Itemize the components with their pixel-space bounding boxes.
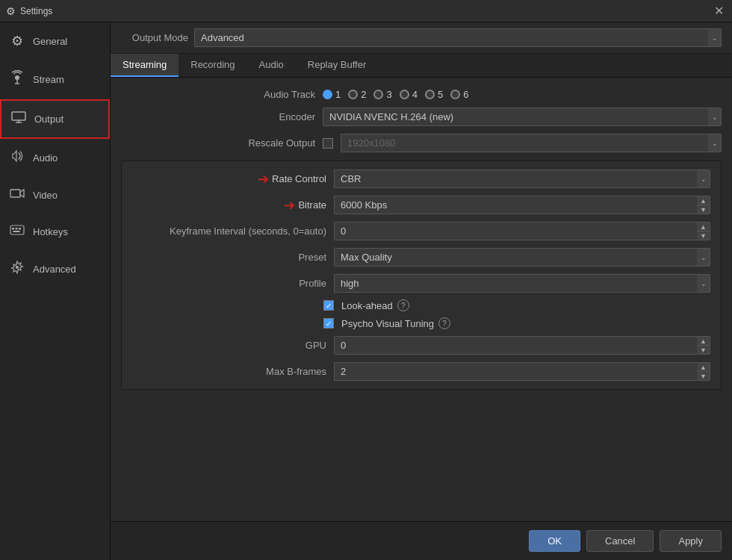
track-option-4[interactable]: 4 bbox=[400, 89, 418, 100]
profile-arrow[interactable]: ⌄ bbox=[697, 274, 710, 293]
track-option-3[interactable]: 3 bbox=[373, 89, 391, 100]
keyframe-down[interactable]: ▼ bbox=[697, 231, 710, 240]
tabs-bar: Streaming Recording Audio Replay Buffer bbox=[111, 54, 732, 78]
sidebar-item-hotkeys[interactable]: Hotkeys bbox=[0, 214, 110, 250]
track-option-6[interactable]: 6 bbox=[450, 89, 468, 100]
bitrate-input[interactable] bbox=[334, 196, 697, 214]
gpu-input[interactable] bbox=[334, 336, 697, 355]
rescale-select[interactable]: 1920x1080 bbox=[341, 134, 708, 152]
tab-replay-buffer[interactable]: Replay Buffer bbox=[296, 54, 379, 77]
sidebar-item-video[interactable]: Video bbox=[0, 177, 110, 214]
svg-rect-11 bbox=[13, 231, 20, 232]
track-1-label: 1 bbox=[335, 89, 341, 100]
sidebar-item-output[interactable]: Output bbox=[0, 99, 110, 139]
sidebar-item-stream[interactable]: Stream bbox=[0, 60, 110, 99]
rate-control-arrow[interactable]: ⌄ bbox=[697, 169, 710, 188]
preset-arrow[interactable]: ⌄ bbox=[697, 248, 710, 267]
sidebar-item-advanced[interactable]: Advanced bbox=[0, 250, 110, 288]
track-option-1[interactable]: 1 bbox=[323, 89, 341, 100]
encoder-select[interactable]: NVIDIA NVENC H.264 (new) bbox=[323, 108, 708, 126]
form-area: Audio Track 1 2 3 bbox=[111, 78, 732, 521]
bitrate-arrows: ▲ ▼ bbox=[697, 196, 710, 214]
content-area: Output Mode Advanced ⌄ Streaming Recordi… bbox=[111, 22, 732, 560]
tab-recording[interactable]: Recording bbox=[179, 54, 246, 77]
radio-2[interactable] bbox=[348, 90, 358, 99]
track-6-label: 6 bbox=[463, 89, 468, 100]
radio-6[interactable] bbox=[450, 90, 460, 99]
psycho-visual-label[interactable]: ✓ Psycho Visual Tuning bbox=[323, 318, 434, 329]
encoder-label: Encoder bbox=[121, 111, 323, 122]
track-options: 1 2 3 4 5 bbox=[323, 89, 468, 100]
track-4-label: 4 bbox=[412, 89, 418, 100]
sidebar-label-audio: Audio bbox=[33, 152, 58, 164]
apply-button[interactable]: Apply bbox=[660, 530, 722, 552]
preset-select[interactable]: Max Quality bbox=[334, 248, 697, 267]
rescale-checkbox[interactable] bbox=[323, 138, 333, 149]
svg-rect-9 bbox=[16, 228, 18, 230]
output-mode-select[interactable]: Advanced bbox=[194, 28, 708, 47]
tab-audio[interactable]: Audio bbox=[247, 54, 296, 77]
profile-label: Profile bbox=[132, 278, 334, 289]
look-ahead-label[interactable]: ✓ Look-ahead bbox=[323, 300, 393, 311]
sidebar-label-video: Video bbox=[33, 190, 58, 201]
bitrate-down[interactable]: ▼ bbox=[697, 205, 710, 214]
profile-row: Profile high ⌄ bbox=[122, 270, 721, 296]
keyframe-spinbox: ▲ ▼ bbox=[334, 222, 710, 240]
svg-rect-8 bbox=[12, 228, 14, 230]
cancel-button[interactable]: Cancel bbox=[586, 530, 654, 552]
gpu-arrows: ▲ ▼ bbox=[697, 336, 710, 355]
max-bframes-label: Max B-frames bbox=[132, 366, 334, 377]
keyframe-input[interactable] bbox=[334, 222, 697, 240]
bitrate-arrow-icon: ➔ bbox=[284, 197, 295, 214]
tab-streaming[interactable]: Streaming bbox=[111, 54, 179, 77]
bitrate-label-wrapper: ➔ Bitrate bbox=[132, 197, 334, 214]
video-icon bbox=[9, 187, 25, 203]
max-bframes-up[interactable]: ▲ bbox=[697, 363, 710, 372]
close-button[interactable]: ✕ bbox=[711, 4, 726, 19]
sidebar: ⚙ General Stream bbox=[0, 22, 111, 560]
max-bframes-arrows: ▲ ▼ bbox=[697, 362, 710, 381]
look-ahead-checkbox[interactable]: ✓ bbox=[323, 300, 334, 311]
track-option-2[interactable]: 2 bbox=[348, 89, 366, 100]
track-5-label: 5 bbox=[438, 89, 443, 100]
radio-1[interactable] bbox=[323, 90, 332, 99]
profile-select-wrapper: high ⌄ bbox=[334, 274, 710, 293]
encoder-arrow[interactable]: ⌄ bbox=[708, 108, 722, 126]
sidebar-item-general[interactable]: ⚙ General bbox=[0, 22, 110, 60]
ok-button[interactable]: OK bbox=[529, 530, 580, 552]
track-option-5[interactable]: 5 bbox=[425, 89, 443, 100]
rescale-output-label: Rescale Output bbox=[121, 137, 323, 149]
psycho-visual-checkbox[interactable]: ✓ bbox=[323, 318, 334, 329]
hotkeys-icon bbox=[9, 224, 25, 240]
title-bar: ⚙ Settings ✕ bbox=[0, 0, 732, 22]
psycho-visual-text: Psycho Visual Tuning bbox=[341, 318, 434, 329]
gpu-up[interactable]: ▲ bbox=[697, 337, 710, 346]
rate-control-select[interactable]: CBR bbox=[334, 169, 697, 188]
sidebar-label-general: General bbox=[33, 36, 67, 47]
output-mode-select-wrapper: Advanced ⌄ bbox=[194, 28, 722, 47]
rescale-arrow[interactable]: ⌄ bbox=[708, 134, 722, 152]
gpu-down[interactable]: ▼ bbox=[697, 346, 710, 354]
output-mode-row: Output Mode Advanced ⌄ bbox=[111, 22, 732, 54]
psycho-visual-help-icon[interactable]: ? bbox=[438, 317, 450, 329]
max-bframes-down[interactable]: ▼ bbox=[697, 372, 710, 380]
profile-select[interactable]: high bbox=[334, 274, 697, 293]
look-ahead-help-icon[interactable]: ? bbox=[397, 299, 409, 311]
keyframe-up[interactable]: ▲ bbox=[697, 223, 710, 231]
track-2-label: 2 bbox=[361, 89, 366, 100]
output-mode-arrow[interactable]: ⌄ bbox=[708, 28, 722, 47]
radio-4[interactable] bbox=[400, 90, 409, 99]
radio-3[interactable] bbox=[373, 90, 383, 99]
gpu-label: GPU bbox=[132, 340, 334, 351]
radio-5[interactable] bbox=[425, 90, 435, 99]
main-container: ⚙ General Stream bbox=[0, 22, 732, 560]
sidebar-item-audio[interactable]: Audio bbox=[0, 139, 110, 177]
max-bframes-row: Max B-frames ▲ ▼ bbox=[122, 358, 721, 385]
rate-control-label-wrapper: ➔ Rate Control bbox=[132, 171, 334, 187]
bottom-bar: OK Cancel Apply bbox=[111, 521, 732, 560]
rate-control-row: ➔ Rate Control CBR ⌄ bbox=[122, 166, 721, 192]
max-bframes-input[interactable] bbox=[334, 362, 697, 381]
keyframe-row: Keyframe Interval (seconds, 0=auto) ▲ ▼ bbox=[122, 218, 721, 244]
encoder-select-wrapper: NVIDIA NVENC H.264 (new) ⌄ bbox=[323, 108, 722, 126]
bitrate-up[interactable]: ▲ bbox=[697, 196, 710, 205]
